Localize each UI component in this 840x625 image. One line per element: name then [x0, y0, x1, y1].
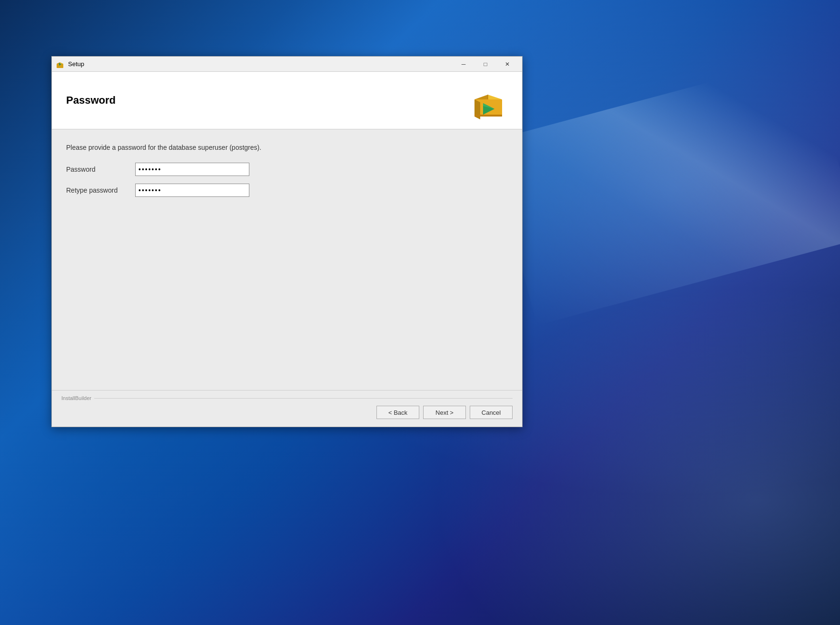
footer-buttons: < Back Next > Cancel	[61, 406, 513, 419]
window-footer: InstallBuilder < Back Next > Cancel	[52, 390, 522, 427]
brand-label: InstallBuilder	[61, 395, 513, 401]
window-header: Password	[52, 72, 522, 129]
maximize-button[interactable]: □	[474, 57, 496, 72]
back-button[interactable]: < Back	[376, 406, 419, 419]
close-button[interactable]: ✕	[496, 57, 518, 72]
setup-window: Setup ─ □ ✕ Password	[51, 56, 523, 427]
next-button[interactable]: Next >	[423, 406, 466, 419]
password-label: Password	[66, 166, 135, 173]
cancel-button[interactable]: Cancel	[470, 406, 513, 419]
retype-password-input[interactable]	[135, 184, 249, 197]
password-row: Password	[66, 163, 508, 176]
window-content: Please provide a password for the databa…	[52, 129, 522, 390]
svg-marker-9	[488, 95, 502, 99]
title-bar-controls: ─ □ ✕	[453, 57, 518, 72]
password-input[interactable]	[135, 163, 249, 176]
svg-marker-2	[60, 62, 63, 64]
installer-icon	[470, 81, 508, 119]
title-bar: Setup ─ □ ✕	[52, 57, 522, 72]
svg-marker-8	[474, 95, 488, 99]
minimize-button[interactable]: ─	[453, 57, 474, 72]
retype-password-row: Retype password	[66, 184, 508, 197]
window-title: Setup	[68, 60, 453, 68]
page-title: Password	[66, 94, 116, 107]
retype-password-label: Retype password	[66, 186, 135, 194]
description-text: Please provide a password for the databa…	[66, 144, 508, 151]
svg-rect-7	[474, 115, 502, 117]
titlebar-icon	[56, 60, 64, 68]
